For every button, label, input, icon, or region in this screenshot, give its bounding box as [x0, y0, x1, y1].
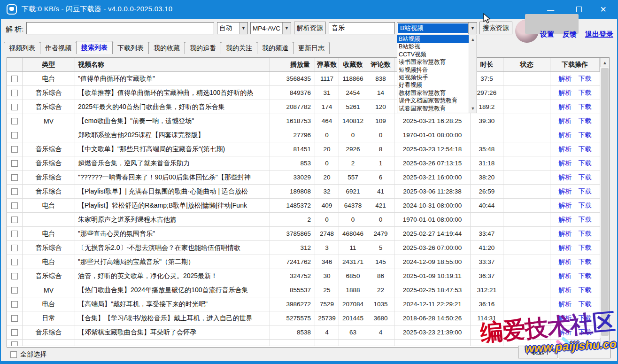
tab[interactable]: 我的追番 [185, 42, 221, 54]
parse-link[interactable]: 解析 [559, 187, 572, 196]
row-checkbox[interactable] [11, 341, 18, 346]
parse-link[interactable]: 解析 [559, 272, 572, 280]
row-checkbox[interactable] [11, 245, 18, 251]
row-checkbox[interactable] [11, 146, 18, 153]
download-link[interactable]: 下载 [579, 286, 592, 294]
parse-link[interactable]: 解析 [559, 201, 572, 210]
download-link[interactable]: 下载 [579, 300, 592, 309]
tab[interactable]: 我的收藏 [148, 42, 185, 54]
row-checkbox[interactable] [11, 301, 18, 308]
dropdown-option[interactable]: 短视频抖音 [397, 66, 469, 74]
row-checkbox[interactable] [11, 76, 18, 82]
download-link[interactable]: 下载 [579, 216, 592, 224]
scrollbar-thumb[interactable] [601, 68, 609, 336]
chevron-down-icon[interactable]: ▼ [239, 23, 247, 34]
logout-link[interactable]: 退出登录 [585, 30, 613, 39]
download-link[interactable]: 下载 [579, 244, 592, 252]
tab[interactable]: 作者视频 [40, 42, 77, 54]
row-checkbox[interactable] [11, 273, 18, 279]
quality-select[interactable]: 自动 ▼ [217, 22, 248, 34]
download-link[interactable]: 下载 [579, 173, 592, 182]
site-select[interactable]: B站视频 ▼ [397, 22, 477, 34]
header-operations[interactable]: 下载操作 [550, 58, 600, 71]
select-all-checkbox[interactable] [10, 351, 17, 358]
download-link[interactable]: 下载 [579, 230, 592, 238]
search-keyword-input[interactable] [329, 22, 395, 34]
row-checkbox[interactable] [11, 217, 18, 223]
row-checkbox[interactable] [11, 160, 18, 167]
scroll-up-icon[interactable]: ▲ [600, 58, 610, 67]
header-status[interactable]: 状态 [503, 58, 550, 71]
parse-link[interactable]: 解析 [559, 159, 572, 168]
dropdown-option[interactable]: 读书国家智慧教育 [397, 58, 469, 66]
select-all[interactable]: 全部选择 [10, 350, 46, 359]
dropdown-option[interactable]: B站影视 [397, 43, 469, 50]
parse-resource-button[interactable]: 解析资源 [294, 22, 326, 34]
download-link[interactable]: 下载 [579, 187, 592, 196]
parse-url-input[interactable] [26, 22, 214, 34]
header-danmaku[interactable]: 弹幕数 [315, 58, 339, 71]
row-checkbox[interactable] [11, 90, 18, 96]
download-link[interactable]: 下载 [579, 328, 592, 337]
header-favorites[interactable]: 收藏数 [339, 58, 367, 71]
download-link[interactable]: 下载 [579, 159, 592, 168]
download-link[interactable]: 下载 [579, 75, 592, 83]
parse-link[interactable]: 解析 [559, 258, 572, 266]
row-checkbox[interactable] [11, 104, 18, 110]
download-link[interactable]: 下载 [579, 258, 592, 266]
parse-link[interactable]: 解析 [559, 173, 572, 182]
table-scrollbar[interactable]: ▲ ▼ [600, 58, 609, 347]
covered-button[interactable] [559, 346, 610, 358]
tab[interactable]: 我的关注 [221, 42, 257, 54]
row-checkbox[interactable] [11, 174, 18, 181]
dropdown-option[interactable]: 好看视频 [397, 81, 469, 89]
row-checkbox[interactable] [11, 118, 18, 124]
row-checkbox[interactable] [11, 202, 18, 209]
download-link[interactable]: 下载 [579, 314, 592, 323]
dropdown-option[interactable]: 教材国家智慧教育 [397, 89, 469, 97]
download-link[interactable]: 下载 [579, 89, 592, 97]
row-checkbox[interactable] [11, 132, 18, 139]
download-link[interactable]: 下载 [579, 117, 592, 125]
close-button[interactable]: ✕ [592, 0, 614, 19]
dropdown-option[interactable]: 试卷国家智慧教育 [397, 105, 469, 112]
tab[interactable]: 视频列表 [4, 42, 40, 54]
feedback-link[interactable]: 反馈 [563, 30, 577, 39]
download-selected-button[interactable]: 下载选中 [518, 346, 557, 358]
dropdown-option[interactable]: CCTV视频 [397, 51, 469, 58]
parse-link[interactable]: 解析 [559, 314, 572, 323]
parse-link[interactable]: 解析 [559, 75, 572, 83]
tab[interactable]: 搜索列表 [76, 41, 113, 54]
row-checkbox[interactable] [11, 188, 18, 195]
scroll-down-icon[interactable]: ▼ [469, 105, 477, 112]
dropdown-option[interactable]: 短视频快手 [397, 74, 469, 81]
download-link[interactable]: 下载 [579, 103, 592, 111]
parse-link[interactable]: 解析 [559, 117, 572, 125]
format-select[interactable]: MP4-AVC ▼ [250, 22, 291, 34]
header-type[interactable]: 类型 [23, 58, 75, 71]
header-plays[interactable]: 播放量 [270, 58, 315, 71]
parse-link[interactable]: 解析 [559, 244, 572, 252]
parse-link[interactable]: 解析 [559, 300, 572, 309]
header-comments[interactable]: 评论数 [367, 58, 394, 71]
download-link[interactable]: 下载 [579, 201, 592, 210]
row-checkbox[interactable] [11, 329, 18, 336]
settings-link[interactable]: 设置 [540, 30, 554, 39]
tab[interactable]: 更新日志 [293, 42, 330, 54]
parse-link[interactable]: 解析 [559, 103, 572, 111]
row-checkbox[interactable] [11, 287, 18, 294]
parse-link[interactable]: 解析 [559, 230, 572, 238]
parse-link[interactable]: 解析 [559, 145, 572, 154]
chevron-down-icon[interactable]: ▼ [468, 23, 477, 34]
row-checkbox[interactable] [11, 259, 18, 265]
header-title[interactable]: 视频名称 [75, 58, 270, 71]
parse-link[interactable]: 解析 [559, 286, 572, 294]
row-checkbox[interactable] [11, 315, 18, 322]
parse-link[interactable]: 解析 [559, 89, 572, 97]
scroll-up-icon[interactable]: ▲ [469, 36, 477, 43]
parse-link[interactable]: 解析 [559, 216, 572, 224]
dropdown-option[interactable]: 课件文档国家智慧教育 [397, 97, 469, 104]
download-link[interactable]: 下载 [579, 131, 592, 139]
parse-link[interactable]: 解析 [559, 131, 572, 139]
tab[interactable]: 我的频道 [257, 42, 294, 54]
